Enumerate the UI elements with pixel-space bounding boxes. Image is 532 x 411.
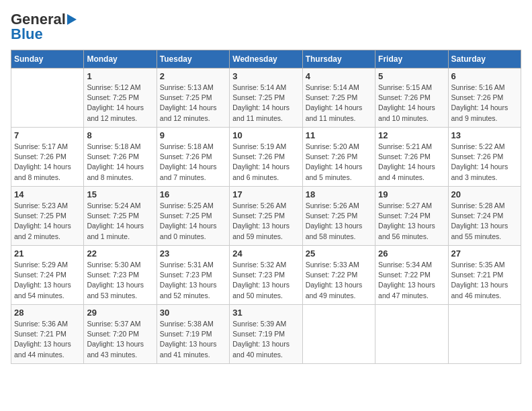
day-info: Sunrise: 5:34 AM Sunset: 7:22 PM Dayligh…: [378, 260, 445, 301]
day-number: 30: [160, 308, 226, 318]
day-number: 20: [451, 189, 518, 199]
calendar-cell: 3Sunrise: 5:14 AM Sunset: 7:25 PM Daylig…: [230, 68, 302, 128]
calendar-cell: 26Sunrise: 5:34 AM Sunset: 7:22 PM Dayli…: [375, 246, 448, 305]
calendar-cell: 9Sunrise: 5:18 AM Sunset: 7:26 PM Daylig…: [157, 128, 229, 187]
day-number: 16: [160, 189, 226, 199]
weekday-header-friday: Friday: [375, 50, 448, 68]
day-number: 27: [451, 248, 518, 259]
logo: General Blue: [11, 11, 77, 43]
day-info: Sunrise: 5:16 AM Sunset: 7:26 PM Dayligh…: [451, 83, 518, 124]
calendar-cell: 21Sunrise: 5:29 AM Sunset: 7:24 PM Dayli…: [11, 246, 84, 305]
calendar-cell: 18Sunrise: 5:26 AM Sunset: 7:25 PM Dayli…: [302, 187, 375, 246]
calendar-cell: [448, 305, 521, 364]
day-number: 9: [160, 130, 226, 140]
calendar-cell: 31Sunrise: 5:39 AM Sunset: 7:19 PM Dayli…: [230, 305, 302, 364]
calendar-cell: 1Sunrise: 5:12 AM Sunset: 7:25 PM Daylig…: [84, 68, 157, 128]
calendar-cell: 19Sunrise: 5:27 AM Sunset: 7:24 PM Dayli…: [375, 187, 448, 246]
week-row-5: 28Sunrise: 5:36 AM Sunset: 7:21 PM Dayli…: [11, 305, 521, 364]
logo-arrow-icon: [67, 14, 77, 25]
day-info: Sunrise: 5:26 AM Sunset: 7:25 PM Dayligh…: [232, 201, 299, 242]
day-number: 26: [378, 248, 445, 259]
weekday-header-sunday: Sunday: [11, 50, 84, 68]
weekday-header-wednesday: Wednesday: [230, 50, 302, 68]
day-info: Sunrise: 5:29 AM Sunset: 7:24 PM Dayligh…: [14, 260, 81, 301]
day-number: 12: [378, 130, 445, 140]
calendar-cell: 10Sunrise: 5:19 AM Sunset: 7:26 PM Dayli…: [230, 128, 302, 187]
week-row-3: 14Sunrise: 5:23 AM Sunset: 7:25 PM Dayli…: [11, 187, 521, 246]
weekday-header-monday: Monday: [84, 50, 157, 68]
weekday-header-row: SundayMondayTuesdayWednesdayThursdayFrid…: [11, 50, 521, 68]
day-info: Sunrise: 5:33 AM Sunset: 7:22 PM Dayligh…: [306, 260, 372, 301]
day-number: 8: [87, 130, 153, 140]
day-info: Sunrise: 5:39 AM Sunset: 7:19 PM Dayligh…: [232, 319, 299, 360]
day-number: 18: [306, 189, 372, 199]
day-info: Sunrise: 5:18 AM Sunset: 7:26 PM Dayligh…: [160, 142, 226, 183]
day-number: 1: [87, 71, 153, 81]
day-number: 15: [87, 189, 153, 199]
day-info: Sunrise: 5:19 AM Sunset: 7:26 PM Dayligh…: [232, 142, 299, 183]
day-info: Sunrise: 5:24 AM Sunset: 7:25 PM Dayligh…: [87, 201, 153, 242]
day-number: 3: [232, 71, 299, 81]
day-info: Sunrise: 5:27 AM Sunset: 7:24 PM Dayligh…: [378, 201, 445, 242]
day-info: Sunrise: 5:22 AM Sunset: 7:26 PM Dayligh…: [451, 142, 518, 183]
day-info: Sunrise: 5:38 AM Sunset: 7:19 PM Dayligh…: [160, 319, 226, 360]
calendar-cell: 23Sunrise: 5:31 AM Sunset: 7:23 PM Dayli…: [157, 246, 229, 305]
day-number: 23: [160, 248, 226, 259]
calendar-cell: 14Sunrise: 5:23 AM Sunset: 7:25 PM Dayli…: [11, 187, 84, 246]
calendar-cell: [11, 68, 84, 128]
calendar-cell: 30Sunrise: 5:38 AM Sunset: 7:19 PM Dayli…: [157, 305, 229, 364]
calendar-cell: 27Sunrise: 5:35 AM Sunset: 7:21 PM Dayli…: [448, 246, 521, 305]
day-info: Sunrise: 5:17 AM Sunset: 7:26 PM Dayligh…: [14, 142, 81, 183]
calendar-cell: [302, 305, 375, 364]
day-info: Sunrise: 5:32 AM Sunset: 7:23 PM Dayligh…: [232, 260, 299, 301]
day-number: 31: [232, 308, 299, 318]
week-row-1: 1Sunrise: 5:12 AM Sunset: 7:25 PM Daylig…: [11, 68, 521, 128]
weekday-header-tuesday: Tuesday: [157, 50, 229, 68]
day-info: Sunrise: 5:30 AM Sunset: 7:23 PM Dayligh…: [87, 260, 153, 301]
day-info: Sunrise: 5:14 AM Sunset: 7:25 PM Dayligh…: [232, 83, 299, 124]
day-info: Sunrise: 5:13 AM Sunset: 7:25 PM Dayligh…: [160, 83, 226, 124]
day-info: Sunrise: 5:25 AM Sunset: 7:25 PM Dayligh…: [160, 201, 226, 242]
day-number: 17: [232, 189, 299, 199]
calendar-cell: 24Sunrise: 5:32 AM Sunset: 7:23 PM Dayli…: [230, 246, 302, 305]
day-info: Sunrise: 5:20 AM Sunset: 7:26 PM Dayligh…: [306, 142, 372, 183]
calendar-cell: 4Sunrise: 5:14 AM Sunset: 7:25 PM Daylig…: [302, 68, 375, 128]
calendar-cell: 8Sunrise: 5:18 AM Sunset: 7:26 PM Daylig…: [84, 128, 157, 187]
calendar-cell: 2Sunrise: 5:13 AM Sunset: 7:25 PM Daylig…: [157, 68, 229, 128]
calendar-cell: 29Sunrise: 5:37 AM Sunset: 7:20 PM Dayli…: [84, 305, 157, 364]
day-info: Sunrise: 5:28 AM Sunset: 7:24 PM Dayligh…: [451, 201, 518, 242]
week-row-2: 7Sunrise: 5:17 AM Sunset: 7:26 PM Daylig…: [11, 128, 521, 187]
calendar-cell: 11Sunrise: 5:20 AM Sunset: 7:26 PM Dayli…: [302, 128, 375, 187]
day-number: 22: [87, 248, 153, 259]
day-number: 25: [306, 248, 372, 259]
calendar-cell: 25Sunrise: 5:33 AM Sunset: 7:22 PM Dayli…: [302, 246, 375, 305]
day-number: 6: [451, 71, 518, 81]
day-number: 29: [87, 308, 153, 318]
day-number: 5: [378, 71, 445, 81]
calendar-cell: 5Sunrise: 5:15 AM Sunset: 7:26 PM Daylig…: [375, 68, 448, 128]
day-info: Sunrise: 5:26 AM Sunset: 7:25 PM Dayligh…: [306, 201, 372, 242]
day-info: Sunrise: 5:12 AM Sunset: 7:25 PM Dayligh…: [87, 83, 153, 124]
day-number: 24: [232, 248, 299, 259]
day-number: 21: [14, 248, 81, 259]
calendar-cell: 13Sunrise: 5:22 AM Sunset: 7:26 PM Dayli…: [448, 128, 521, 187]
calendar-table: SundayMondayTuesdayWednesdayThursdayFrid…: [11, 50, 521, 364]
calendar-cell: 17Sunrise: 5:26 AM Sunset: 7:25 PM Dayli…: [230, 187, 302, 246]
day-info: Sunrise: 5:23 AM Sunset: 7:25 PM Dayligh…: [14, 201, 81, 242]
day-number: 2: [160, 71, 226, 81]
day-number: 7: [14, 130, 81, 140]
logo-blue: Blue: [11, 26, 43, 43]
calendar-cell: 28Sunrise: 5:36 AM Sunset: 7:21 PM Dayli…: [11, 305, 84, 364]
day-info: Sunrise: 5:21 AM Sunset: 7:26 PM Dayligh…: [378, 142, 445, 183]
day-number: 11: [306, 130, 372, 140]
weekday-header-saturday: Saturday: [448, 50, 521, 68]
weekday-header-thursday: Thursday: [302, 50, 375, 68]
day-info: Sunrise: 5:18 AM Sunset: 7:26 PM Dayligh…: [87, 142, 153, 183]
day-info: Sunrise: 5:31 AM Sunset: 7:23 PM Dayligh…: [160, 260, 226, 301]
day-number: 10: [232, 130, 299, 140]
calendar-cell: 16Sunrise: 5:25 AM Sunset: 7:25 PM Dayli…: [157, 187, 229, 246]
day-number: 4: [306, 71, 372, 81]
calendar-cell: 22Sunrise: 5:30 AM Sunset: 7:23 PM Dayli…: [84, 246, 157, 305]
day-number: 19: [378, 189, 445, 199]
day-number: 13: [451, 130, 518, 140]
